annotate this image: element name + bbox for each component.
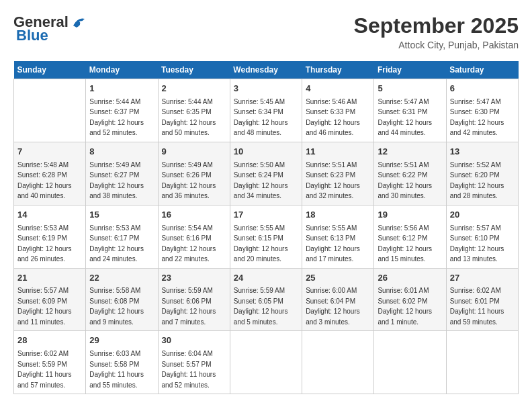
day-number: 13: [450, 146, 515, 158]
day-info: Sunrise: 5:57 AMSunset: 6:10 PMDaylight:…: [450, 224, 504, 263]
day-cell: 23Sunrise: 5:59 AMSunset: 6:06 PMDayligh…: [158, 268, 230, 331]
day-number: 26: [378, 272, 442, 285]
day-cell: 5Sunrise: 5:47 AMSunset: 6:31 PMDaylight…: [374, 79, 446, 142]
day-number: 6: [450, 83, 515, 95]
day-cell: [302, 331, 374, 394]
day-info: Sunrise: 5:52 AMSunset: 6:20 PMDaylight:…: [450, 161, 504, 200]
day-cell: 16Sunrise: 5:54 AMSunset: 6:16 PMDayligh…: [158, 205, 230, 268]
header-tuesday: Tuesday: [158, 61, 230, 79]
day-number: 19: [378, 209, 442, 222]
header-wednesday: Wednesday: [230, 61, 302, 79]
day-info: Sunrise: 5:48 AMSunset: 6:28 PMDaylight:…: [17, 161, 72, 200]
day-cell: 18Sunrise: 5:55 AMSunset: 6:13 PMDayligh…: [302, 205, 374, 268]
day-number: 18: [306, 209, 370, 222]
day-cell: 10Sunrise: 5:50 AMSunset: 6:24 PMDayligh…: [230, 142, 302, 205]
day-info: Sunrise: 5:49 AMSunset: 6:27 PMDaylight:…: [89, 161, 144, 200]
day-info: Sunrise: 5:45 AMSunset: 6:34 PMDaylight:…: [234, 98, 288, 137]
day-cell: 21Sunrise: 5:57 AMSunset: 6:09 PMDayligh…: [14, 268, 86, 331]
day-number: 16: [162, 209, 226, 222]
day-cell: 8Sunrise: 5:49 AMSunset: 6:27 PMDaylight…: [86, 142, 158, 205]
day-number: 14: [17, 209, 82, 222]
day-number: 17: [234, 209, 298, 222]
day-cell: 12Sunrise: 5:51 AMSunset: 6:22 PMDayligh…: [374, 142, 446, 205]
day-info: Sunrise: 5:53 AMSunset: 6:17 PMDaylight:…: [89, 224, 144, 263]
day-number: 4: [306, 83, 370, 95]
day-info: Sunrise: 5:59 AMSunset: 6:06 PMDaylight:…: [162, 287, 216, 326]
day-cell: 24Sunrise: 5:59 AMSunset: 6:05 PMDayligh…: [230, 268, 302, 331]
day-cell: 26Sunrise: 6:01 AMSunset: 6:02 PMDayligh…: [374, 268, 446, 331]
day-number: 3: [234, 83, 298, 95]
day-cell: 14Sunrise: 5:53 AMSunset: 6:19 PMDayligh…: [14, 205, 86, 268]
header-saturday: Saturday: [446, 61, 518, 79]
day-info: Sunrise: 6:04 AMSunset: 5:57 PMDaylight:…: [162, 350, 216, 389]
day-number: 28: [17, 334, 82, 347]
day-number: 7: [17, 146, 82, 158]
day-info: Sunrise: 5:47 AMSunset: 6:30 PMDaylight:…: [450, 98, 504, 137]
day-info: Sunrise: 6:03 AMSunset: 5:58 PMDaylight:…: [89, 350, 144, 389]
week-row-3: 14Sunrise: 5:53 AMSunset: 6:19 PMDayligh…: [14, 205, 519, 268]
week-row-4: 21Sunrise: 5:57 AMSunset: 6:09 PMDayligh…: [14, 268, 519, 331]
day-cell: 11Sunrise: 5:51 AMSunset: 6:23 PMDayligh…: [302, 142, 374, 205]
day-cell: [446, 331, 518, 394]
day-cell: 7Sunrise: 5:48 AMSunset: 6:28 PMDaylight…: [14, 142, 86, 205]
day-cell: 15Sunrise: 5:53 AMSunset: 6:17 PMDayligh…: [86, 205, 158, 268]
day-cell: 17Sunrise: 5:55 AMSunset: 6:15 PMDayligh…: [230, 205, 302, 268]
day-cell: 20Sunrise: 5:57 AMSunset: 6:10 PMDayligh…: [446, 205, 518, 268]
day-info: Sunrise: 5:58 AMSunset: 6:08 PMDaylight:…: [89, 287, 144, 326]
day-cell: 6Sunrise: 5:47 AMSunset: 6:30 PMDaylight…: [446, 79, 518, 142]
day-number: 2: [162, 83, 226, 95]
day-info: Sunrise: 5:51 AMSunset: 6:22 PMDaylight:…: [378, 161, 432, 200]
day-number: 10: [234, 146, 298, 158]
day-info: Sunrise: 6:02 AMSunset: 5:59 PMDaylight:…: [17, 350, 72, 389]
day-cell: [374, 331, 446, 394]
day-info: Sunrise: 6:00 AMSunset: 6:04 PMDaylight:…: [306, 287, 360, 326]
month-title: September 2025: [354, 13, 519, 38]
week-row-2: 7Sunrise: 5:48 AMSunset: 6:28 PMDaylight…: [14, 142, 519, 205]
day-number: 25: [306, 272, 370, 285]
header-monday: Monday: [86, 61, 158, 79]
day-info: Sunrise: 5:44 AMSunset: 6:37 PMDaylight:…: [89, 98, 144, 137]
day-number: 5: [378, 83, 442, 95]
day-cell: 4Sunrise: 5:46 AMSunset: 6:33 PMDaylight…: [302, 79, 374, 142]
day-info: Sunrise: 5:50 AMSunset: 6:24 PMDaylight:…: [234, 161, 288, 200]
title-block: September 2025 Attock City, Punjab, Paki…: [354, 13, 519, 50]
day-number: 8: [89, 146, 154, 158]
day-cell: 1Sunrise: 5:44 AMSunset: 6:37 PMDaylight…: [86, 79, 158, 142]
day-cell: 9Sunrise: 5:49 AMSunset: 6:26 PMDaylight…: [158, 142, 230, 205]
header-thursday: Thursday: [302, 61, 374, 79]
page-header: General Blue September 2025 Attock City,…: [13, 13, 519, 50]
day-cell: 2Sunrise: 5:44 AMSunset: 6:35 PMDaylight…: [158, 79, 230, 142]
header-sunday: Sunday: [14, 61, 86, 79]
day-info: Sunrise: 5:54 AMSunset: 6:16 PMDaylight:…: [162, 224, 216, 263]
day-info: Sunrise: 5:47 AMSunset: 6:31 PMDaylight:…: [378, 98, 432, 137]
day-cell: 27Sunrise: 6:02 AMSunset: 6:01 PMDayligh…: [446, 268, 518, 331]
day-cell: 25Sunrise: 6:00 AMSunset: 6:04 PMDayligh…: [302, 268, 374, 331]
day-number: 9: [162, 146, 226, 158]
day-info: Sunrise: 5:59 AMSunset: 6:05 PMDaylight:…: [234, 287, 288, 326]
day-cell: 28Sunrise: 6:02 AMSunset: 5:59 PMDayligh…: [14, 331, 86, 394]
logo: General Blue: [13, 13, 90, 44]
day-info: Sunrise: 5:44 AMSunset: 6:35 PMDaylight:…: [162, 98, 216, 137]
day-info: Sunrise: 6:01 AMSunset: 6:02 PMDaylight:…: [378, 287, 432, 326]
logo-bird-icon: [70, 15, 90, 29]
day-number: 29: [89, 334, 154, 347]
day-info: Sunrise: 6:02 AMSunset: 6:01 PMDaylight:…: [450, 287, 504, 326]
day-number: 15: [89, 209, 154, 222]
day-number: 20: [450, 209, 515, 222]
day-number: 12: [378, 146, 442, 158]
week-row-1: 1Sunrise: 5:44 AMSunset: 6:37 PMDaylight…: [14, 79, 519, 142]
day-number: 11: [306, 146, 370, 158]
day-number: 22: [89, 272, 154, 285]
day-cell: 30Sunrise: 6:04 AMSunset: 5:57 PMDayligh…: [158, 331, 230, 394]
day-number: 21: [17, 272, 82, 285]
day-info: Sunrise: 5:56 AMSunset: 6:12 PMDaylight:…: [378, 224, 432, 263]
day-info: Sunrise: 5:55 AMSunset: 6:13 PMDaylight:…: [306, 224, 360, 263]
day-info: Sunrise: 5:55 AMSunset: 6:15 PMDaylight:…: [234, 224, 288, 263]
day-cell: 13Sunrise: 5:52 AMSunset: 6:20 PMDayligh…: [446, 142, 518, 205]
header-friday: Friday: [374, 61, 446, 79]
day-info: Sunrise: 5:49 AMSunset: 6:26 PMDaylight:…: [162, 161, 216, 200]
logo-blue: Blue: [16, 27, 48, 44]
day-number: 24: [234, 272, 298, 285]
calendar-table: SundayMondayTuesdayWednesdayThursdayFrid…: [13, 61, 519, 394]
day-cell: 3Sunrise: 5:45 AMSunset: 6:34 PMDaylight…: [230, 79, 302, 142]
